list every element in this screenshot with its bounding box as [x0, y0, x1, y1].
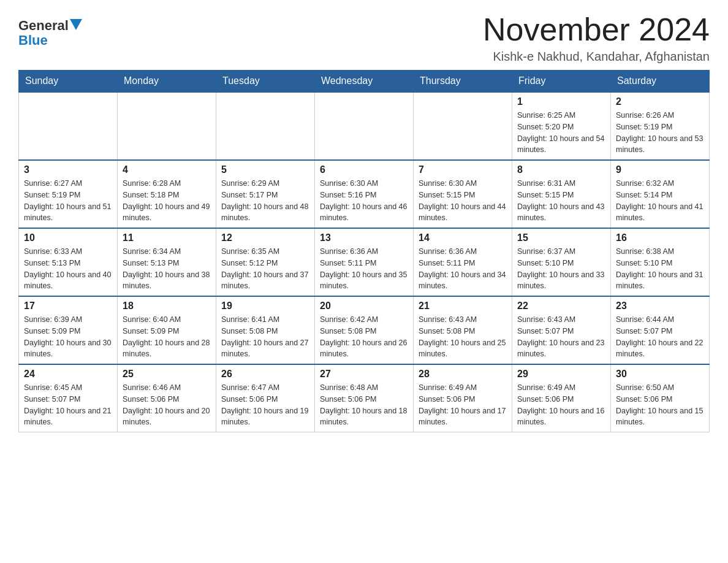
day-info: Sunrise: 6:25 AMSunset: 5:20 PMDaylight:…: [517, 110, 605, 156]
day-number: 27: [320, 369, 408, 380]
day-number: 23: [616, 301, 704, 312]
day-number: 6: [320, 164, 408, 175]
day-number: 15: [517, 232, 605, 243]
calendar-cell: 15Sunrise: 6:37 AMSunset: 5:10 PMDayligh…: [512, 228, 611, 296]
day-number: 7: [419, 164, 507, 175]
calendar-table: SundayMondayTuesdayWednesdayThursdayFrid…: [18, 70, 710, 432]
day-info: Sunrise: 6:26 AMSunset: 5:19 PMDaylight:…: [616, 110, 704, 156]
day-info: Sunrise: 6:37 AMSunset: 5:10 PMDaylight:…: [517, 246, 605, 292]
day-info: Sunrise: 6:44 AMSunset: 5:07 PMDaylight:…: [616, 314, 704, 360]
calendar-header-row: SundayMondayTuesdayWednesdayThursdayFrid…: [19, 71, 710, 93]
calendar-cell: 1Sunrise: 6:25 AMSunset: 5:20 PMDaylight…: [512, 92, 611, 160]
calendar-cell: 17Sunrise: 6:39 AMSunset: 5:09 PMDayligh…: [19, 296, 118, 364]
day-number: 21: [419, 301, 507, 312]
day-info: Sunrise: 6:35 AMSunset: 5:12 PMDaylight:…: [221, 246, 309, 292]
week-row-3: 10Sunrise: 6:33 AMSunset: 5:13 PMDayligh…: [19, 228, 710, 296]
calendar-cell: 11Sunrise: 6:34 AMSunset: 5:13 PMDayligh…: [118, 228, 216, 296]
day-info: Sunrise: 6:45 AMSunset: 5:07 PMDaylight:…: [24, 382, 112, 428]
day-number: 16: [616, 232, 704, 243]
day-number: 5: [221, 164, 309, 175]
day-info: Sunrise: 6:49 AMSunset: 5:06 PMDaylight:…: [419, 382, 507, 428]
day-number: 26: [221, 369, 309, 380]
day-info: Sunrise: 6:40 AMSunset: 5:09 PMDaylight:…: [123, 314, 211, 360]
day-info: Sunrise: 6:50 AMSunset: 5:06 PMDaylight:…: [616, 382, 704, 428]
calendar-cell: 30Sunrise: 6:50 AMSunset: 5:06 PMDayligh…: [611, 364, 710, 432]
day-number: 28: [419, 369, 507, 380]
week-row-4: 17Sunrise: 6:39 AMSunset: 5:09 PMDayligh…: [19, 296, 710, 364]
day-number: 2: [616, 96, 704, 107]
day-number: 8: [517, 164, 605, 175]
logo-triangle-icon: [70, 19, 82, 31]
day-info: Sunrise: 6:29 AMSunset: 5:17 PMDaylight:…: [221, 178, 309, 224]
day-info: Sunrise: 6:27 AMSunset: 5:19 PMDaylight:…: [24, 178, 112, 224]
day-info: Sunrise: 6:39 AMSunset: 5:09 PMDaylight:…: [24, 314, 112, 360]
day-info: Sunrise: 6:49 AMSunset: 5:06 PMDaylight:…: [517, 382, 605, 428]
day-info: Sunrise: 6:28 AMSunset: 5:18 PMDaylight:…: [123, 178, 211, 224]
calendar-cell: 14Sunrise: 6:36 AMSunset: 5:11 PMDayligh…: [414, 228, 512, 296]
calendar-header-thursday: Thursday: [414, 71, 512, 93]
calendar-cell: 20Sunrise: 6:42 AMSunset: 5:08 PMDayligh…: [315, 296, 414, 364]
calendar-cell: 7Sunrise: 6:30 AMSunset: 5:15 PMDaylight…: [414, 160, 512, 228]
day-number: 11: [123, 232, 211, 243]
day-number: 29: [517, 369, 605, 380]
calendar-cell: 5Sunrise: 6:29 AMSunset: 5:17 PMDaylight…: [216, 160, 315, 228]
calendar-cell: 18Sunrise: 6:40 AMSunset: 5:09 PMDayligh…: [118, 296, 216, 364]
day-number: 24: [24, 369, 112, 380]
calendar-header-sunday: Sunday: [19, 71, 118, 93]
day-info: Sunrise: 6:42 AMSunset: 5:08 PMDaylight:…: [320, 314, 408, 360]
calendar-cell: 9Sunrise: 6:32 AMSunset: 5:14 PMDaylight…: [611, 160, 710, 228]
day-info: Sunrise: 6:36 AMSunset: 5:11 PMDaylight:…: [419, 246, 507, 292]
calendar-header-monday: Monday: [118, 71, 216, 93]
calendar-cell: 25Sunrise: 6:46 AMSunset: 5:06 PMDayligh…: [118, 364, 216, 432]
title-section: November 2024 Kishk-e Nakhud, Kandahar, …: [483, 12, 710, 64]
week-row-2: 3Sunrise: 6:27 AMSunset: 5:19 PMDaylight…: [19, 160, 710, 228]
logo-general-text: General: [18, 18, 69, 33]
calendar-cell: 13Sunrise: 6:36 AMSunset: 5:11 PMDayligh…: [315, 228, 414, 296]
calendar-cell: 2Sunrise: 6:26 AMSunset: 5:19 PMDaylight…: [611, 92, 710, 160]
day-number: 9: [616, 164, 704, 175]
day-info: Sunrise: 6:43 AMSunset: 5:08 PMDaylight:…: [419, 314, 507, 360]
calendar-cell: [19, 92, 118, 160]
day-number: 3: [24, 164, 112, 175]
calendar-cell: 3Sunrise: 6:27 AMSunset: 5:19 PMDaylight…: [19, 160, 118, 228]
week-row-1: 1Sunrise: 6:25 AMSunset: 5:20 PMDaylight…: [19, 92, 710, 160]
calendar-cell: [216, 92, 315, 160]
day-number: 30: [616, 369, 704, 380]
day-info: Sunrise: 6:30 AMSunset: 5:15 PMDaylight:…: [419, 178, 507, 224]
day-info: Sunrise: 6:47 AMSunset: 5:06 PMDaylight:…: [221, 382, 309, 428]
day-number: 17: [24, 301, 112, 312]
calendar-cell: 28Sunrise: 6:49 AMSunset: 5:06 PMDayligh…: [414, 364, 512, 432]
calendar-cell: 21Sunrise: 6:43 AMSunset: 5:08 PMDayligh…: [414, 296, 512, 364]
calendar-cell: 8Sunrise: 6:31 AMSunset: 5:15 PMDaylight…: [512, 160, 611, 228]
calendar-header-saturday: Saturday: [611, 71, 710, 93]
day-info: Sunrise: 6:43 AMSunset: 5:07 PMDaylight:…: [517, 314, 605, 360]
day-info: Sunrise: 6:30 AMSunset: 5:16 PMDaylight:…: [320, 178, 408, 224]
calendar-cell: 6Sunrise: 6:30 AMSunset: 5:16 PMDaylight…: [315, 160, 414, 228]
day-info: Sunrise: 6:48 AMSunset: 5:06 PMDaylight:…: [320, 382, 408, 428]
calendar-cell: 23Sunrise: 6:44 AMSunset: 5:07 PMDayligh…: [611, 296, 710, 364]
week-row-5: 24Sunrise: 6:45 AMSunset: 5:07 PMDayligh…: [19, 364, 710, 432]
month-title: November 2024: [483, 12, 710, 47]
calendar-cell: 4Sunrise: 6:28 AMSunset: 5:18 PMDaylight…: [118, 160, 216, 228]
day-number: 1: [517, 96, 605, 107]
calendar-header-tuesday: Tuesday: [216, 71, 315, 93]
day-info: Sunrise: 6:38 AMSunset: 5:10 PMDaylight:…: [616, 246, 704, 292]
calendar-cell: 16Sunrise: 6:38 AMSunset: 5:10 PMDayligh…: [611, 228, 710, 296]
day-number: 18: [123, 301, 211, 312]
calendar-cell: 27Sunrise: 6:48 AMSunset: 5:06 PMDayligh…: [315, 364, 414, 432]
calendar-cell: 12Sunrise: 6:35 AMSunset: 5:12 PMDayligh…: [216, 228, 315, 296]
location-title: Kishk-e Nakhud, Kandahar, Afghanistan: [483, 50, 710, 64]
logo: General Blue: [18, 18, 82, 48]
day-info: Sunrise: 6:32 AMSunset: 5:14 PMDaylight:…: [616, 178, 704, 224]
svg-marker-0: [70, 19, 82, 30]
day-number: 19: [221, 301, 309, 312]
calendar-header-wednesday: Wednesday: [315, 71, 414, 93]
day-info: Sunrise: 6:33 AMSunset: 5:13 PMDaylight:…: [24, 246, 112, 292]
calendar-cell: 22Sunrise: 6:43 AMSunset: 5:07 PMDayligh…: [512, 296, 611, 364]
day-number: 22: [517, 301, 605, 312]
day-info: Sunrise: 6:36 AMSunset: 5:11 PMDaylight:…: [320, 246, 408, 292]
day-number: 20: [320, 301, 408, 312]
day-number: 12: [221, 232, 309, 243]
day-number: 25: [123, 369, 211, 380]
day-number: 14: [419, 232, 507, 243]
